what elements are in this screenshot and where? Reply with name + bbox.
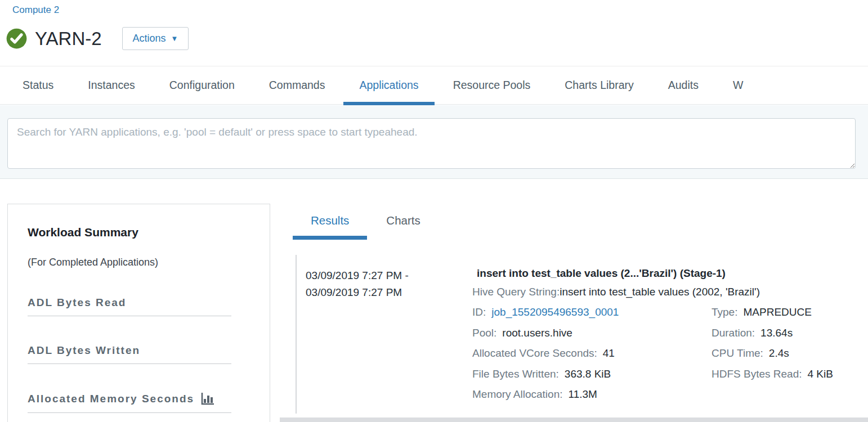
tab-configuration[interactable]: Configuration [154, 66, 250, 105]
application-title: insert into test_table values (2...'Braz… [472, 267, 863, 280]
results-bottom-divider [280, 417, 868, 422]
application-detail-grid: ID:job_1552095496593_0001 Type:MAPREDUCE… [472, 302, 863, 405]
tab-audits[interactable]: Audits [652, 66, 714, 105]
application-details: insert into test_table values (2...'Braz… [468, 267, 863, 414]
tab-resource-pools[interactable]: Resource Pools [437, 66, 547, 105]
tab-instances[interactable]: Instances [72, 66, 150, 105]
service-header: YARN-2 Actions ▼ [6, 27, 189, 50]
health-good-icon [6, 28, 28, 50]
tab-status[interactable]: Status [7, 66, 69, 105]
search-band [0, 105, 868, 179]
detail-memory-allocation: Memory Allocation:11.3M [472, 384, 712, 405]
tab-clipped[interactable]: W [717, 66, 759, 105]
chevron-down-icon: ▼ [171, 35, 178, 42]
time-range-end: 03/09/2019 7:27 PM [306, 284, 468, 301]
detail-file-bytes-written: File Bytes Written:363.8 KiB [472, 364, 712, 385]
tab-charts-library[interactable]: Charts Library [549, 66, 649, 105]
detail-id: ID:job_1552095496593_0001 [472, 302, 712, 323]
metric-label: Allocated Memory Seconds [28, 393, 194, 405]
metric-label: ADL Bytes Written [28, 344, 140, 357]
service-nav-tabs: Status Instances Configuration Commands … [0, 66, 868, 105]
bar-chart-icon[interactable] [200, 392, 215, 406]
results-tab-bar: Results Charts [293, 210, 439, 240]
time-range-start: 03/09/2019 7:27 PM - [306, 267, 468, 284]
hive-query-string: Hive Query String:insert into test_table… [472, 285, 863, 299]
hive-query-label: Hive Query String: [472, 286, 560, 298]
workload-summary-title: Workload Summary [28, 226, 250, 239]
page-title: YARN-2 [35, 28, 102, 50]
detail-hdfs-bytes-read: HDFS Bytes Read:4 KiB [712, 364, 863, 385]
tab-commands[interactable]: Commands [253, 66, 341, 105]
actions-button[interactable]: Actions ▼ [122, 27, 189, 50]
job-id-link[interactable]: job_1552095496593_0001 [491, 306, 619, 318]
application-time-range: 03/09/2019 7:27 PM - 03/09/2019 7:27 PM [306, 267, 468, 414]
metric-adl-bytes-read: ADL Bytes Read [28, 297, 231, 316]
hive-query-value: insert into test_table values (2002, 'Br… [560, 286, 760, 298]
detail-type: Type:MAPREDUCE [712, 302, 863, 323]
metric-adl-bytes-written: ADL Bytes Written [28, 344, 231, 364]
application-result-row: 03/09/2019 7:27 PM - 03/09/2019 7:27 PM … [296, 255, 863, 414]
search-input[interactable] [7, 118, 856, 169]
actions-button-label: Actions [133, 33, 166, 44]
tab-applications[interactable]: Applications [343, 66, 434, 105]
metric-allocated-memory-seconds: Allocated Memory Seconds [28, 392, 231, 413]
workload-summary-subtitle: (For Completed Applications) [28, 257, 250, 268]
detail-pool: Pool:root.users.hive [472, 323, 712, 344]
tab-charts[interactable]: Charts [368, 210, 438, 240]
metric-label: ADL Bytes Read [28, 297, 126, 309]
breadcrumb-compute-link[interactable]: Compute 2 [12, 5, 59, 16]
workload-summary-panel: Workload Summary (For Completed Applicat… [7, 204, 270, 422]
detail-duration: Duration:13.64s [712, 323, 863, 344]
detail-cpu-time: CPU Time:2.4s [712, 343, 863, 364]
detail-allocated-vcore-seconds: Allocated VCore Seconds:41 [472, 343, 712, 364]
tab-results[interactable]: Results [293, 210, 367, 240]
